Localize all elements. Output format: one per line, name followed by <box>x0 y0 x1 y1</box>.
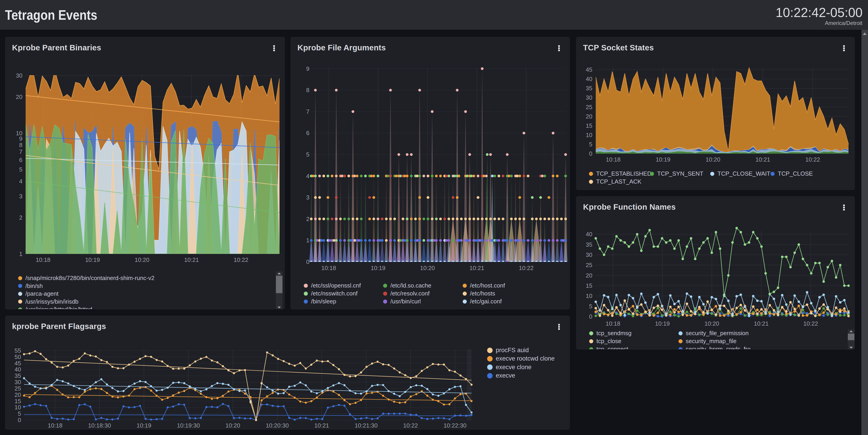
svg-text:6: 6 <box>19 156 23 164</box>
svg-text:4: 4 <box>19 178 23 185</box>
svg-text:10:20: 10:20 <box>135 256 149 263</box>
svg-text:0: 0 <box>18 416 21 424</box>
svg-text:4: 4 <box>306 173 309 179</box>
svg-text:6: 6 <box>306 129 309 136</box>
svg-text:10: 10 <box>586 292 592 299</box>
svg-text:3: 3 <box>306 194 309 201</box>
svg-text:10:18:30: 10:18:30 <box>88 422 111 429</box>
svg-text:10:20: 10:20 <box>706 156 720 163</box>
svg-text:45: 45 <box>586 66 592 73</box>
svg-text:10: 10 <box>16 130 23 137</box>
svg-text:8: 8 <box>306 87 309 93</box>
svg-text:10:19: 10:19 <box>85 256 100 263</box>
svg-text:10:22: 10:22 <box>805 156 820 163</box>
svg-text:10:22: 10:22 <box>234 256 248 263</box>
svg-text:25: 25 <box>14 385 21 392</box>
svg-text:35: 35 <box>586 85 592 92</box>
svg-text:55: 55 <box>14 347 21 354</box>
svg-text:10:21: 10:21 <box>755 156 770 163</box>
svg-text:5: 5 <box>18 410 21 417</box>
svg-text:10: 10 <box>14 404 21 411</box>
svg-text:30: 30 <box>586 252 592 258</box>
svg-text:25: 25 <box>586 104 592 111</box>
svg-text:10:18: 10:18 <box>321 265 336 271</box>
svg-text:15: 15 <box>586 282 592 289</box>
svg-text:40: 40 <box>14 366 21 373</box>
svg-text:10:21: 10:21 <box>754 320 769 327</box>
svg-text:30: 30 <box>16 72 23 79</box>
svg-text:20: 20 <box>586 113 592 120</box>
svg-text:10:22:30: 10:22:30 <box>443 422 466 429</box>
svg-text:20: 20 <box>14 392 21 398</box>
svg-text:10:19:30: 10:19:30 <box>177 422 200 429</box>
svg-text:10:18: 10:18 <box>606 320 620 327</box>
svg-text:8: 8 <box>19 142 23 148</box>
svg-text:10:20: 10:20 <box>704 320 719 327</box>
svg-text:30: 30 <box>586 94 592 101</box>
svg-text:5: 5 <box>589 303 592 310</box>
svg-text:10: 10 <box>586 132 592 138</box>
svg-text:10:20:30: 10:20:30 <box>266 422 288 429</box>
svg-text:10:18: 10:18 <box>36 256 50 263</box>
svg-text:10:22: 10:22 <box>403 422 418 429</box>
svg-text:0: 0 <box>589 313 592 320</box>
svg-text:1: 1 <box>19 251 23 257</box>
svg-text:7: 7 <box>19 148 23 155</box>
svg-text:20: 20 <box>586 272 592 279</box>
svg-text:5: 5 <box>589 141 592 148</box>
svg-text:15: 15 <box>586 122 592 129</box>
svg-text:10:22: 10:22 <box>803 320 818 327</box>
svg-text:10:19: 10:19 <box>655 320 670 327</box>
svg-text:50: 50 <box>14 353 21 360</box>
svg-text:10:20: 10:20 <box>225 422 240 429</box>
svg-text:10:21:30: 10:21:30 <box>354 422 377 429</box>
svg-text:10:21: 10:21 <box>469 265 484 271</box>
svg-text:5: 5 <box>306 151 309 158</box>
svg-text:30: 30 <box>14 379 21 385</box>
svg-text:10:21: 10:21 <box>184 256 199 263</box>
svg-text:2: 2 <box>19 214 23 221</box>
svg-text:25: 25 <box>586 262 592 268</box>
svg-text:0: 0 <box>589 150 592 157</box>
svg-text:5: 5 <box>19 166 23 173</box>
svg-text:9: 9 <box>306 65 309 72</box>
svg-text:10:19: 10:19 <box>656 156 670 163</box>
svg-text:40: 40 <box>586 231 592 238</box>
svg-text:35: 35 <box>586 241 592 248</box>
svg-text:7: 7 <box>306 108 309 115</box>
svg-text:10:22: 10:22 <box>519 265 534 271</box>
svg-text:40: 40 <box>586 76 592 82</box>
svg-text:35: 35 <box>14 372 21 379</box>
svg-text:15: 15 <box>14 398 21 405</box>
svg-text:3: 3 <box>19 193 23 200</box>
svg-text:1: 1 <box>306 237 309 244</box>
svg-text:10:21: 10:21 <box>314 422 329 429</box>
svg-text:10:18: 10:18 <box>48 422 62 429</box>
svg-text:10:18: 10:18 <box>606 156 620 163</box>
svg-text:20: 20 <box>16 93 23 100</box>
svg-text:0: 0 <box>306 258 309 265</box>
svg-text:10:19: 10:19 <box>136 422 151 429</box>
svg-text:2: 2 <box>306 215 309 222</box>
svg-text:10:19: 10:19 <box>371 265 385 271</box>
svg-text:10:20: 10:20 <box>420 265 435 271</box>
svg-text:45: 45 <box>14 360 21 367</box>
